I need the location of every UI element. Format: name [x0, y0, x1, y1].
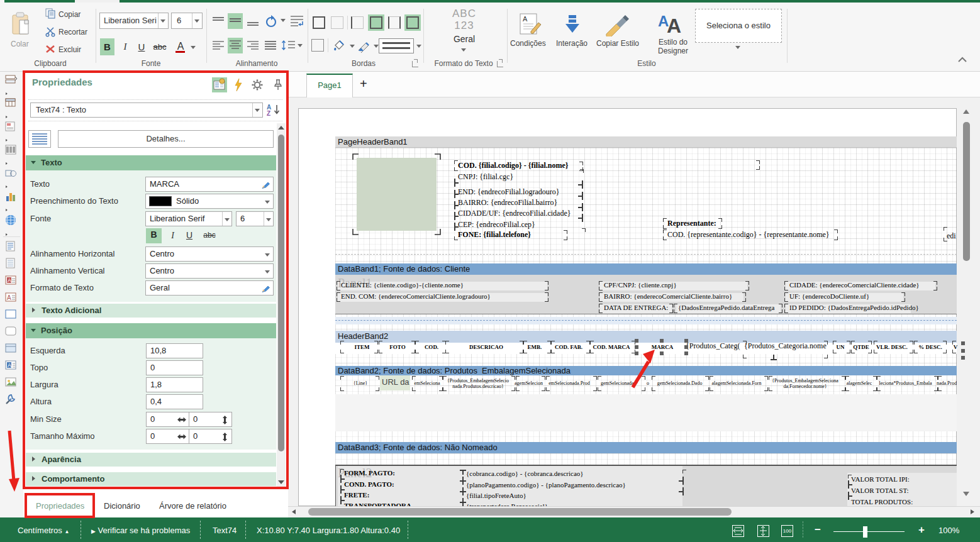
- svg-text:A: A: [8, 362, 11, 368]
- svg-text:A: A: [8, 277, 11, 284]
- svg-text:A: A: [667, 14, 681, 36]
- svg-text:A: A: [523, 15, 528, 23]
- svg-text:A: A: [7, 294, 11, 301]
